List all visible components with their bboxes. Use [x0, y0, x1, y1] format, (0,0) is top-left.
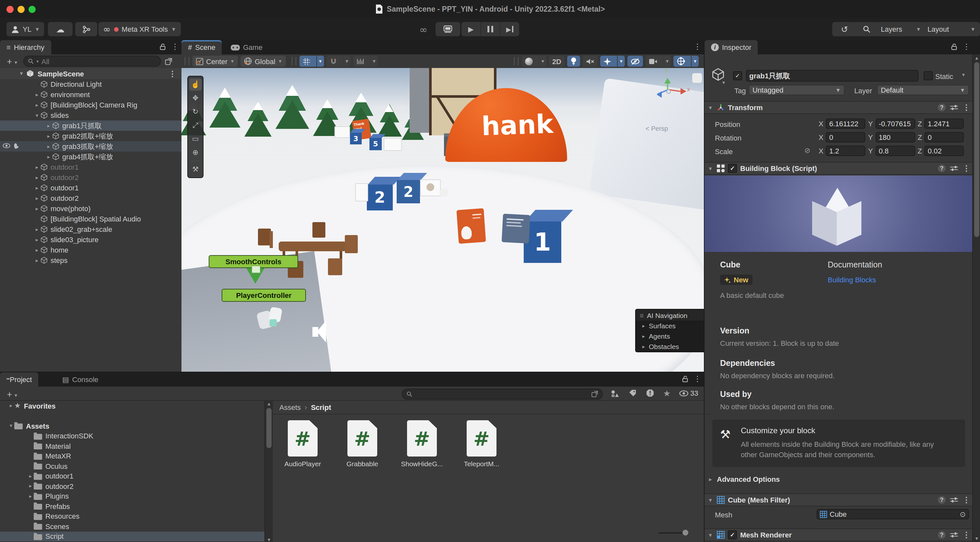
hidden-objects-toggle[interactable] [627, 56, 643, 67]
project-tree-item[interactable]: ▸ ★ outdoor2 [0, 481, 264, 491]
device-simulator-button[interactable] [436, 22, 460, 36]
hierarchy-item[interactable]: Directional Light [0, 79, 181, 89]
hierarchy-item[interactable]: ▸ slide02_grab+scale [0, 224, 181, 235]
tab-game[interactable]: Game [224, 40, 269, 54]
tab-inspector[interactable]: i Inspector [705, 40, 758, 54]
component-menu-icon[interactable]: ⋮ [963, 495, 970, 504]
tag-dropdown[interactable]: Untagged▼ [749, 85, 845, 95]
component-enabled-checkbox[interactable]: ✓ [728, 530, 737, 539]
lighting-toggle[interactable] [567, 56, 580, 67]
overlay-item[interactable]: ▸ Agents [636, 331, 704, 341]
gizmos-dropdown[interactable]: ▼ [673, 56, 699, 67]
object-picker-icon[interactable]: ⊙ [960, 510, 966, 518]
toolbar-drag-handle[interactable] [514, 57, 519, 65]
overlay-item[interactable]: ▸ Obstacles [636, 341, 704, 352]
version-control-button[interactable] [75, 22, 97, 36]
drag-dots-icon[interactable]: ≡ [640, 311, 644, 319]
foldout-arrow[interactable]: ▸ [34, 164, 40, 170]
overlay-item[interactable]: ▸ Surfaces [636, 320, 704, 331]
scene-root-row[interactable]: ▾ SampleScene ⋮ [0, 68, 181, 79]
foldout-arrow[interactable]: ▸ [34, 185, 40, 191]
foldout-arrow[interactable]: ▸ [34, 226, 40, 232]
script-asset[interactable]: # AudioPlayer [282, 420, 323, 468]
gameobject-icon-dropdown[interactable]: ▼ [721, 80, 726, 85]
label-filter-icon[interactable] [629, 389, 636, 397]
hierarchy-item[interactable]: ▸ [BuildingBlock] Camera Rig [0, 100, 181, 110]
lock-icon[interactable] [682, 375, 688, 383]
hierarchy-item[interactable]: ▸ slide03_picture [0, 235, 181, 245]
tab-scene[interactable]: # Scene [181, 40, 222, 54]
layer-dropdown[interactable]: Default▼ [877, 85, 969, 95]
building-blocks-link[interactable]: Building Blocks [828, 276, 876, 284]
tree-scrollbar[interactable]: ▲ ▼ [264, 401, 274, 542]
gameobject-name-field[interactable]: grab1只抓取 [746, 70, 918, 82]
presets-icon[interactable] [950, 104, 958, 111]
scene-menu-icon[interactable]: ⋮ [169, 69, 176, 78]
toolbar-drag-handle[interactable] [291, 57, 296, 65]
hierarchy-item[interactable]: ▸ steps [0, 255, 181, 266]
add-gameobject-button[interactable]: ＋▼ [5, 55, 18, 67]
static-checkbox[interactable] [924, 71, 933, 80]
search-everything-button[interactable] [854, 22, 879, 36]
project-tree-item[interactable]: ★ MetaXR [0, 451, 264, 461]
picker-icon[interactable] [165, 57, 172, 65]
hierarchy-item[interactable]: ▸ grab3抓取+缩放 [0, 141, 181, 152]
rotate-tool[interactable]: ↻ [189, 106, 202, 118]
grid-snapping-toggle[interactable]: ▼ [299, 56, 324, 67]
breadcrumb-script[interactable]: Script [311, 403, 331, 411]
presets-icon[interactable] [950, 532, 958, 538]
help-icon[interactable]: ? [938, 104, 946, 111]
scene-camera-icon[interactable] [692, 73, 702, 83]
pickability-hand-icon[interactable] [12, 143, 19, 149]
position-x-field[interactable]: 6.161122 [826, 119, 865, 129]
script-asset[interactable]: # TeleportM... [461, 420, 502, 468]
layout-dropdown[interactable]: Layout▼ [923, 22, 980, 36]
custom-tools-button[interactable]: ⚒ [189, 163, 202, 176]
pause-button[interactable] [480, 22, 500, 36]
project-tree-item[interactable]: ★ Resources [0, 511, 264, 521]
hierarchy-item[interactable]: [BuildingBlock] Spatial Audio [0, 214, 181, 224]
mesh-renderer-header[interactable]: ▾ ✓ Mesh Renderer ? ⋮ [705, 528, 973, 541]
rect-tool[interactable]: ▭ [189, 133, 202, 145]
project-tree-item[interactable]: ▸ ★ Favorites [0, 401, 264, 411]
project-tree-item[interactable]: ★ Prefabs [0, 501, 264, 511]
undo-history-button[interactable]: ↺ [832, 22, 857, 36]
foldout-arrow[interactable]: ▸ [34, 174, 40, 180]
scale-tool[interactable]: ⤢ [189, 119, 202, 132]
hierarchy-menu-icon[interactable]: ⋮ [171, 42, 179, 51]
project-tree-item[interactable]: ★ InteractionSDK [0, 431, 264, 441]
foldout-arrow[interactable]: ▸ [34, 206, 40, 211]
visibility-eye-icon[interactable] [3, 143, 10, 149]
foldout-arrow[interactable]: ▸ [34, 237, 40, 242]
unlink-scale-icon[interactable]: ⊘ [804, 146, 810, 155]
hierarchy-item[interactable]: ▸ outdoor1 [0, 162, 181, 172]
script-asset[interactable]: # ShowHideG... [401, 420, 443, 468]
hierarchy-item[interactable]: ▾ slides [0, 110, 181, 120]
help-icon[interactable]: ? [938, 165, 946, 172]
create-asset-button[interactable]: ＋▼ [5, 388, 18, 400]
meta-xr-tools-dropdown[interactable]: ∞ Meta XR Tools▼ [99, 22, 181, 36]
position-y-field[interactable]: -0.707615 [875, 119, 915, 129]
camera-settings-dropdown[interactable]: ▼ [646, 56, 671, 67]
foldout-arrow[interactable]: ▸ [45, 123, 52, 128]
hierarchy-item[interactable]: ▸ grab2抓取+缩放 [0, 131, 181, 141]
foldout-arrow[interactable]: ▸ [34, 257, 40, 263]
lock-icon[interactable] [951, 43, 957, 51]
component-enabled-checkbox[interactable]: ✓ [728, 164, 737, 173]
hierarchy-item[interactable]: ▸ grab4抓取+缩放 [0, 152, 181, 162]
project-tree-item[interactable]: ▾ ★ Assets [0, 421, 264, 431]
hierarchy-item[interactable]: ▸ home [0, 245, 181, 255]
presets-icon[interactable] [950, 497, 958, 503]
favorites-star-icon[interactable]: ★ [663, 388, 670, 398]
tab-hierarchy[interactable]: ≡ Hierarchy [0, 40, 51, 54]
transform-tool[interactable]: ⊕ [189, 146, 202, 158]
static-dropdown[interactable]: ▼ [961, 73, 966, 77]
project-tree-item[interactable]: ▸ ★ outdoor1 [0, 471, 264, 481]
advanced-options-foldout[interactable]: ▸Advanced Options [707, 475, 780, 483]
scene-viewport[interactable]: hank Thank you! 1 2 2 3 [181, 68, 704, 372]
hierarchy-item[interactable]: ▸ environment [0, 89, 181, 100]
position-z-field[interactable]: 1.2471 [924, 119, 964, 129]
project-search-input[interactable] [402, 388, 603, 399]
project-tree-item[interactable]: ▸ ★ Plugins [0, 491, 264, 501]
component-menu-icon[interactable]: ⋮ [963, 164, 970, 173]
